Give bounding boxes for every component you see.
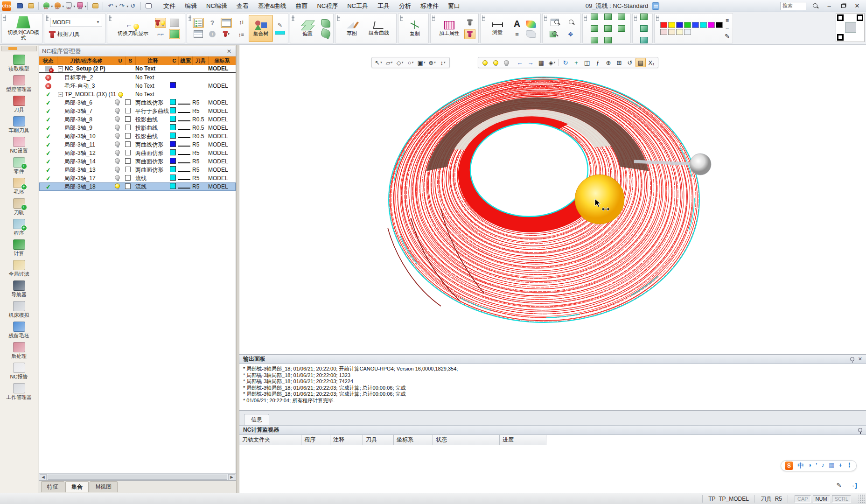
- sidebar-item-calculate[interactable]: 计算: [0, 239, 38, 257]
- offset-button[interactable]: 偏置: [296, 15, 319, 42]
- column-header[interactable]: 状态: [39, 56, 57, 65]
- help-button[interactable]: ?: [207, 18, 218, 28]
- layer-color-swatch[interactable]: [170, 82, 176, 88]
- rotate-view-button[interactable]: ↻: [560, 58, 571, 67]
- visibility-bulb-icon[interactable]: [115, 183, 120, 189]
- dim-tree-button[interactable]: ↕≡: [236, 29, 247, 40]
- color-swatch[interactable]: [708, 22, 715, 28]
- ghost-cube-button[interactable]: [169, 18, 180, 28]
- table-row[interactable]: ✔局部-3轴_9投影曲线R0.5MODEL: [39, 124, 236, 132]
- scroll-left-arrow[interactable]: ◀: [40, 474, 47, 480]
- panel-close-icon[interactable]: ✕: [225, 48, 233, 55]
- open-file-button[interactable]: [26, 1, 36, 11]
- sidebar-item-residual-stock[interactable]: 残留毛坯: [0, 322, 38, 339]
- undo-button[interactable]: ↶▾: [105, 1, 116, 11]
- view-operation-button[interactable]: [638, 23, 650, 34]
- pin-icon[interactable]: [850, 357, 854, 361]
- menu-item[interactable]: 工具: [373, 0, 394, 12]
- output-panel-header[interactable]: 输出面板 ✕: [239, 355, 866, 364]
- line-weight-button[interactable]: ≡: [726, 17, 729, 24]
- sidebar-item-toolpath[interactable]: 刀轨: [0, 198, 38, 216]
- operation-list-button[interactable]: [193, 18, 204, 28]
- color-swatch-muted[interactable]: [684, 29, 691, 35]
- standard-view-button[interactable]: [616, 12, 627, 22]
- menu-item[interactable]: 窗口: [443, 0, 465, 12]
- tab-sets[interactable]: 集合: [65, 481, 89, 492]
- model-select[interactable]: MODEL▼: [50, 18, 102, 27]
- reference-ball[interactable]: [690, 154, 711, 175]
- search-input[interactable]: 搜索: [780, 2, 806, 10]
- scroll-thumb[interactable]: [48, 475, 227, 480]
- monitor-column-header[interactable]: 坐标系: [394, 435, 433, 445]
- shading-mode-button[interactable]: ▤: [636, 58, 646, 67]
- visibility-bulb-icon[interactable]: [115, 116, 120, 121]
- table-row[interactable]: ✔局部-3轴_7平行于多曲线R5MODEL: [39, 107, 236, 115]
- table-row[interactable]: ✔局部-3轴_13两曲面仿形R5MODEL: [39, 166, 236, 174]
- table-row[interactable]: ✕毛坯-自动_3No TextMODEL: [39, 82, 236, 90]
- regenerate-button[interactable]: ↺: [128, 1, 138, 11]
- layer-color-swatch[interactable]: [170, 183, 176, 189]
- ime-voice-input-icon[interactable]: ♪: [822, 462, 825, 470]
- table-row[interactable]: ✕目标零件_2No Text: [39, 73, 236, 82]
- row-checkbox[interactable]: [125, 150, 131, 155]
- visibility-bulb-icon[interactable]: [115, 125, 120, 130]
- standard-view-button[interactable]: [602, 23, 614, 34]
- row-checkbox[interactable]: [125, 141, 131, 147]
- dynamic-section-button[interactable]: ◫: [582, 58, 592, 67]
- sidebar-item-cavity-manager[interactable]: 型腔管理器: [0, 75, 38, 93]
- cyan-screen-icon[interactable]: [275, 31, 285, 35]
- menu-item[interactable]: 编辑: [180, 0, 202, 12]
- layer-color-swatch[interactable]: [170, 99, 176, 105]
- ime-toolbox-icon[interactable]: +: [838, 462, 842, 470]
- close-folder-button[interactable]: [90, 1, 100, 11]
- pan-button[interactable]: ✥: [565, 29, 576, 39]
- column-header[interactable]: 坐标系: [208, 56, 236, 65]
- output-close-icon[interactable]: ✕: [858, 356, 862, 362]
- layer-color-swatch[interactable]: [170, 158, 176, 164]
- row-checkbox[interactable]: [125, 158, 131, 164]
- select-curve-button[interactable]: ◇▾: [395, 58, 405, 67]
- menu-item[interactable]: 基准&曲线: [253, 0, 291, 12]
- assembly-tree-button[interactable]: 集合树: [249, 15, 273, 42]
- monitor-column-header[interactable]: 注释: [330, 435, 363, 445]
- standard-view-button[interactable]: [616, 23, 627, 34]
- ime-soft-keyboard-icon[interactable]: ▦: [829, 462, 834, 470]
- standard-view-button[interactable]: [589, 23, 600, 34]
- info-button[interactable]: i: [207, 29, 218, 39]
- layer-color-swatch[interactable]: [170, 141, 176, 147]
- table-row[interactable]: ✔局部-3轴_18流线R5MODEL: [39, 182, 236, 191]
- by-tool-button[interactable]: 根据刀具: [50, 30, 80, 39]
- grid-toggle-button[interactable]: ⊞: [614, 58, 624, 67]
- sidebar-item-stock[interactable]: 毛坯: [0, 178, 38, 196]
- switch-cad-mode-button[interactable]: 切换到CAD模式: [7, 15, 39, 42]
- sidebar-item-turning-tools[interactable]: 车削刀具: [0, 116, 38, 134]
- pen-button[interactable]: ✎: [725, 33, 730, 40]
- sketch-button[interactable]: 草图: [341, 15, 363, 42]
- pin-icon[interactable]: [858, 428, 862, 432]
- light-stock-button[interactable]: [501, 58, 511, 67]
- toolpath-scene[interactable]: [239, 45, 866, 355]
- color-swatch-muted[interactable]: [676, 29, 683, 35]
- select-component-button[interactable]: ⊕▾: [427, 58, 437, 67]
- menu-item[interactable]: 曲面: [291, 0, 312, 12]
- combined-curve-button[interactable]: 组合曲线: [364, 15, 393, 42]
- tab-mview[interactable]: M视图: [90, 481, 118, 492]
- fit-view-button[interactable]: ⊕: [603, 58, 614, 67]
- color-swatch[interactable]: [700, 22, 707, 28]
- standard-view-button[interactable]: [602, 35, 614, 45]
- column-header[interactable]: U: [115, 56, 125, 65]
- view-operation-button[interactable]: [638, 35, 650, 45]
- layer-color-swatch[interactable]: [170, 175, 176, 181]
- table-row[interactable]: ✔局部-3轴_14两曲面仿形R5MODEL: [39, 157, 236, 166]
- column-header[interactable]: 注释: [135, 56, 170, 65]
- layer-color-swatch[interactable]: [170, 116, 176, 122]
- view-operation-button[interactable]: [638, 12, 650, 22]
- prev-operation-button[interactable]: ←: [515, 58, 525, 67]
- row-checkbox[interactable]: [125, 108, 131, 113]
- sidebar-item-job-manager[interactable]: 工作管理器: [0, 383, 38, 401]
- expand-toggle[interactable]: −: [58, 92, 63, 97]
- snap-options-button[interactable]: ◈▾: [547, 58, 557, 67]
- monitor-column-header[interactable]: 进度: [500, 435, 546, 445]
- tool-pink-button[interactable]: [464, 29, 475, 39]
- analysis-rainbow-icon[interactable]: [526, 21, 536, 28]
